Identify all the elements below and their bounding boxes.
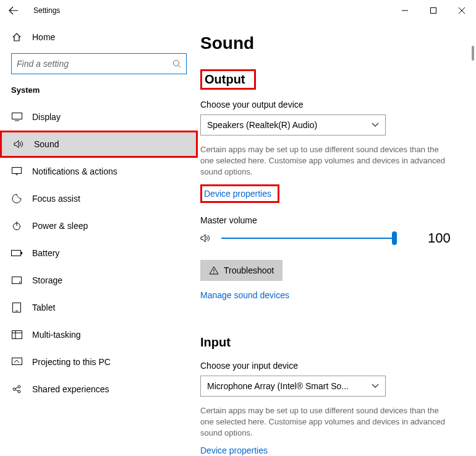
titlebar: Settings bbox=[0, 0, 476, 21]
warning-icon bbox=[209, 266, 219, 275]
search-box[interactable] bbox=[11, 53, 187, 74]
tablet-icon bbox=[11, 303, 22, 312]
volume-icon[interactable] bbox=[200, 233, 213, 243]
input-device-value: Microphone Array (Intel® Smart So... bbox=[207, 381, 349, 391]
svg-point-20 bbox=[18, 385, 20, 388]
svg-rect-18 bbox=[12, 358, 22, 365]
sidebar-item-label: Multi-tasking bbox=[32, 330, 81, 340]
focus-assist-icon bbox=[11, 194, 22, 204]
input-help-text: Certain apps may be set up to use differ… bbox=[200, 405, 454, 439]
sidebar-item-label: Battery bbox=[32, 248, 59, 258]
power-icon bbox=[11, 221, 22, 231]
home-icon bbox=[11, 32, 22, 42]
sidebar-home[interactable]: Home bbox=[11, 25, 187, 49]
notifications-icon bbox=[11, 167, 22, 176]
device-properties-highlight: Device properties bbox=[200, 184, 279, 203]
close-button[interactable] bbox=[448, 0, 476, 21]
output-help-text: Certain apps may be set up to use differ… bbox=[200, 144, 454, 178]
output-heading-highlight: Output bbox=[200, 69, 256, 90]
sidebar-item-sound[interactable]: Sound bbox=[0, 131, 198, 158]
sidebar-item-label: Focus assist bbox=[32, 194, 80, 204]
sidebar: Home System Display Sound Notifications … bbox=[0, 21, 198, 456]
settings-window: Settings Home bbox=[0, 0, 476, 456]
svg-rect-10 bbox=[21, 252, 22, 254]
svg-rect-6 bbox=[12, 168, 22, 174]
svg-point-25 bbox=[213, 272, 214, 273]
svg-rect-9 bbox=[12, 251, 21, 256]
svg-point-19 bbox=[13, 388, 15, 390]
content-inner: Sound Output Choose your output device S… bbox=[200, 33, 469, 456]
input-device-properties-link[interactable]: Device properties bbox=[200, 445, 268, 455]
content-pane: Sound Output Choose your output device S… bbox=[198, 21, 476, 456]
sidebar-item-label: Storage bbox=[32, 275, 62, 285]
troubleshoot-label: Troubleshoot bbox=[224, 265, 274, 275]
sidebar-item-label: Display bbox=[32, 112, 61, 122]
volume-value: 100 bbox=[428, 230, 451, 246]
slider-thumb[interactable] bbox=[392, 231, 397, 245]
arrow-left-icon bbox=[9, 6, 19, 15]
svg-point-2 bbox=[174, 61, 179, 66]
sidebar-item-notifications[interactable]: Notifications & actions bbox=[0, 158, 198, 185]
input-heading: Input bbox=[200, 335, 231, 350]
back-button[interactable] bbox=[0, 0, 27, 21]
minimize-icon bbox=[402, 7, 408, 14]
sidebar-item-label: Sound bbox=[34, 139, 59, 149]
sidebar-item-label: Shared experiences bbox=[32, 384, 109, 394]
manage-sound-devices-link[interactable]: Manage sound devices bbox=[200, 290, 289, 300]
battery-icon bbox=[11, 250, 22, 256]
output-heading: Output bbox=[205, 72, 245, 87]
svg-rect-15 bbox=[12, 331, 22, 339]
sidebar-item-tablet[interactable]: Tablet bbox=[0, 294, 198, 321]
sidebar-item-label: Power & sleep bbox=[32, 221, 88, 231]
output-device-properties-link[interactable]: Device properties bbox=[204, 189, 271, 199]
sidebar-item-power-sleep[interactable]: Power & sleep bbox=[0, 212, 198, 239]
output-choose-label: Choose your output device bbox=[200, 100, 469, 110]
input-choose-label: Choose your input device bbox=[200, 361, 469, 371]
search-input[interactable] bbox=[17, 59, 172, 69]
storage-icon bbox=[11, 277, 22, 284]
sidebar-item-display[interactable]: Display bbox=[0, 103, 198, 131]
chevron-down-icon bbox=[372, 123, 379, 127]
volume-slider-row: 100 bbox=[200, 230, 469, 246]
maximize-button[interactable] bbox=[419, 0, 448, 21]
svg-line-22 bbox=[15, 387, 18, 389]
multitasking-icon bbox=[11, 330, 22, 339]
minimize-button[interactable] bbox=[391, 0, 419, 21]
input-device-dropdown[interactable]: Microphone Array (Intel® Smart So... bbox=[200, 376, 386, 397]
projecting-icon bbox=[11, 358, 22, 366]
search-icon bbox=[172, 59, 181, 68]
sidebar-item-label: Tablet bbox=[32, 303, 55, 312]
scrollbar-thumb[interactable] bbox=[472, 46, 474, 61]
svg-line-23 bbox=[15, 390, 18, 391]
sidebar-category: System bbox=[11, 85, 187, 95]
window-controls bbox=[391, 0, 476, 21]
sidebar-item-label: Projecting to this PC bbox=[32, 357, 111, 367]
svg-point-12 bbox=[19, 282, 20, 283]
display-icon bbox=[11, 113, 22, 121]
sidebar-item-focus-assist[interactable]: Focus assist bbox=[0, 185, 198, 212]
output-device-dropdown[interactable]: Speakers (Realtek(R) Audio) bbox=[200, 114, 386, 136]
sidebar-item-storage[interactable]: Storage bbox=[0, 267, 198, 294]
sidebar-item-projecting[interactable]: Projecting to this PC bbox=[0, 348, 198, 376]
output-device-value: Speakers (Realtek(R) Audio) bbox=[207, 120, 317, 130]
sidebar-item-shared-experiences[interactable]: Shared experiences bbox=[0, 376, 198, 403]
sidebar-item-multitasking[interactable]: Multi-tasking bbox=[0, 321, 198, 348]
sidebar-item-label: Notifications & actions bbox=[32, 166, 117, 176]
close-icon bbox=[459, 7, 465, 14]
volume-slider[interactable] bbox=[221, 238, 394, 239]
svg-rect-4 bbox=[12, 113, 22, 119]
troubleshoot-button[interactable]: Troubleshoot bbox=[200, 260, 283, 281]
svg-rect-1 bbox=[431, 8, 436, 14]
sidebar-item-battery[interactable]: Battery bbox=[0, 239, 198, 267]
body: Home System Display Sound Notifications … bbox=[0, 21, 476, 456]
chevron-down-icon bbox=[372, 384, 379, 389]
sound-icon bbox=[13, 140, 24, 148]
page-title: Sound bbox=[200, 33, 469, 53]
svg-line-3 bbox=[179, 66, 181, 68]
master-volume-label: Master volume bbox=[200, 215, 469, 225]
maximize-icon bbox=[430, 7, 436, 14]
sidebar-home-label: Home bbox=[32, 32, 55, 42]
window-title: Settings bbox=[33, 6, 60, 15]
svg-point-21 bbox=[18, 390, 20, 393]
shared-icon bbox=[11, 384, 22, 394]
